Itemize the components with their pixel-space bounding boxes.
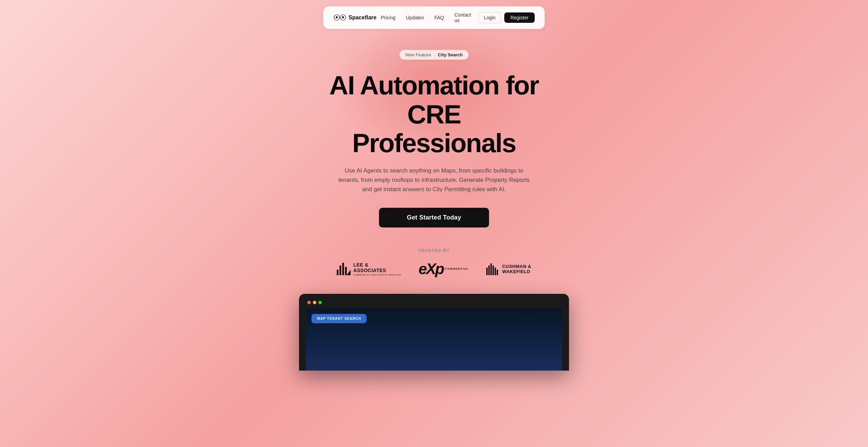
brand-logo-link[interactable]: ⦿⦿ Spaceflare bbox=[333, 14, 377, 22]
hero-subtext: Use AI Agents to search anything on Maps… bbox=[334, 166, 534, 194]
lee-svg bbox=[337, 263, 351, 275]
navbar-links: Pricing Updates FAQ Contact us bbox=[377, 10, 478, 25]
navbar-outer: ⦿⦿ Spaceflare Pricing Updates FAQ Contac… bbox=[0, 0, 868, 29]
navbar: ⦿⦿ Spaceflare Pricing Updates FAQ Contac… bbox=[323, 6, 545, 29]
cushman-icon bbox=[486, 263, 499, 275]
svg-rect-6 bbox=[488, 266, 490, 275]
feature-badge: New Feature · City Search bbox=[399, 50, 468, 60]
nav-link-updates[interactable]: Updates bbox=[402, 13, 428, 22]
logo-cushman: CUSHMAN & WAKEFIELD bbox=[486, 263, 531, 275]
logo-icon: ⦿⦿ bbox=[333, 14, 346, 22]
exp-commercial: COMMERCIAL bbox=[445, 268, 469, 271]
cta-corner-br bbox=[487, 225, 490, 229]
nav-link-faq[interactable]: FAQ bbox=[430, 13, 448, 22]
svg-rect-5 bbox=[486, 268, 488, 275]
feature-badge-value: City Search bbox=[438, 52, 463, 57]
svg-rect-0 bbox=[337, 270, 338, 275]
lee-name-line2: ASSOCIATES bbox=[353, 268, 401, 273]
cta-corner-tl bbox=[378, 206, 381, 210]
cushman-name-line1: CUSHMAN & bbox=[502, 264, 531, 269]
svg-rect-7 bbox=[490, 263, 492, 275]
page-wrapper: ⦿⦿ Spaceflare Pricing Updates FAQ Contac… bbox=[0, 0, 868, 447]
cushman-name-line2: WAKEFIELD bbox=[502, 269, 531, 274]
cta-wrapper: Get Started Today bbox=[379, 208, 489, 227]
hero-heading: AI Automation for CRE Professionals bbox=[304, 71, 564, 158]
lee-icon bbox=[337, 263, 351, 275]
register-button[interactable]: Register bbox=[504, 12, 535, 23]
hero-heading-line2: Professionals bbox=[352, 128, 516, 158]
trusted-logos: LEE & ASSOCIATES COMMERCIAL REAL ESTATE … bbox=[337, 261, 531, 277]
main-content: New Feature · City Search AI Automation … bbox=[0, 29, 868, 384]
svg-rect-3 bbox=[345, 267, 347, 275]
laptop-dot-yellow bbox=[313, 301, 316, 304]
svg-rect-8 bbox=[492, 266, 494, 275]
laptop-ui-label: MAP TENANT SEARCH bbox=[311, 314, 367, 323]
feature-badge-separator: · bbox=[434, 53, 435, 57]
laptop-dot-green bbox=[318, 301, 322, 304]
laptop-toolbar bbox=[306, 301, 562, 304]
trusted-section: TRUSTED BY LEE & bbox=[337, 248, 531, 277]
logo-lee: LEE & ASSOCIATES COMMERCIAL REAL ESTATE … bbox=[337, 262, 401, 276]
cushman-text: CUSHMAN & WAKEFIELD bbox=[502, 264, 531, 274]
nav-link-pricing[interactable]: Pricing bbox=[377, 13, 400, 22]
lee-name-line1: LEE & bbox=[353, 262, 401, 268]
navbar-actions: Login Register bbox=[478, 12, 535, 23]
laptop-dot-red bbox=[307, 301, 311, 304]
logo-exp: eXp COMMERCIAL bbox=[418, 261, 469, 277]
login-button[interactable]: Login bbox=[478, 12, 501, 23]
brand-logo: ⦿⦿ bbox=[333, 14, 346, 22]
cta-corner-bl bbox=[378, 225, 381, 229]
hero-heading-line1: AI Automation for CRE bbox=[329, 71, 539, 129]
cta-button[interactable]: Get Started Today bbox=[379, 208, 489, 227]
exp-text: eXp bbox=[418, 261, 443, 277]
svg-rect-1 bbox=[340, 266, 341, 275]
lee-text: LEE & ASSOCIATES COMMERCIAL REAL ESTATE … bbox=[353, 262, 401, 276]
cushman-svg bbox=[486, 263, 499, 275]
cta-corner-tr bbox=[487, 206, 490, 210]
svg-rect-2 bbox=[342, 263, 344, 275]
brand-name: Spaceflare bbox=[349, 15, 377, 21]
svg-rect-10 bbox=[497, 270, 498, 275]
exp-sub: COMMERCIAL bbox=[445, 268, 469, 271]
svg-marker-4 bbox=[347, 270, 351, 275]
laptop-screen: MAP TENANT SEARCH bbox=[306, 308, 562, 371]
lee-sub: COMMERCIAL REAL ESTATE SERVICES bbox=[353, 274, 401, 276]
nav-link-contact[interactable]: Contact us bbox=[450, 10, 478, 25]
feature-badge-label: New Feature bbox=[405, 52, 431, 57]
trusted-label: TRUSTED BY bbox=[418, 248, 450, 253]
laptop-body: MAP TENANT SEARCH bbox=[299, 294, 569, 371]
laptop-mockup: MAP TENANT SEARCH bbox=[299, 294, 569, 371]
svg-rect-9 bbox=[495, 268, 496, 275]
